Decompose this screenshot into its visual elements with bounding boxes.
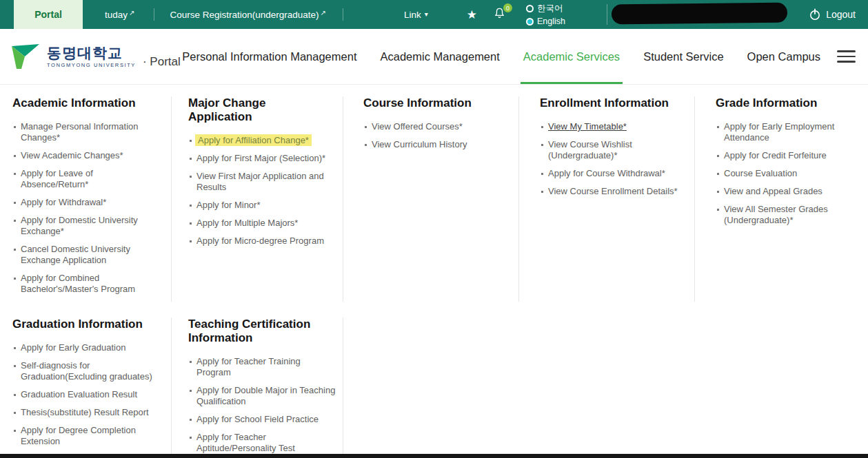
- menu-section-grade-information: Grade Information Apply for Early Employ…: [716, 96, 843, 233]
- favorites-star-icon[interactable]: ★: [467, 9, 477, 21]
- menu-item[interactable]: View Academic Changes*: [12, 150, 154, 161]
- menu-item[interactable]: Graduation Evaluation Result: [12, 389, 154, 400]
- logout-button[interactable]: Logout: [809, 8, 856, 21]
- nav-academic-management[interactable]: Academic Management: [380, 29, 499, 84]
- redacted-username: [612, 2, 787, 24]
- menu-item[interactable]: View Curriculum History: [363, 139, 501, 150]
- language-english-label: English: [537, 17, 565, 26]
- tuday-link[interactable]: tuday ↗: [105, 10, 134, 20]
- header: 동명대학교 TONGMYONG UNIVERSITY · Portal Pers…: [0, 29, 868, 85]
- menu-item[interactable]: View First Major Application and Results: [188, 171, 332, 193]
- logo-korean-name: 동명대학교: [47, 45, 136, 60]
- menu-item[interactable]: View Offered Courses*: [363, 121, 501, 132]
- menu-list: Apply for Early Graduation Self-diagnosi…: [12, 342, 154, 447]
- menu-item[interactable]: Apply for First Major (Selection)*: [188, 153, 332, 164]
- logo-english-name: TONGMYONG UNIVERSITY: [47, 63, 136, 68]
- column-divider: [694, 96, 695, 302]
- menu-list: View Offered Courses* View Curriculum Hi…: [363, 121, 501, 150]
- menu-list: Apply for Early Employment Attendance Ap…: [716, 121, 843, 226]
- menu-item[interactable]: Cancel Domestic University Exchange Appl…: [12, 244, 154, 266]
- nav-student-service[interactable]: Student Service: [643, 29, 723, 84]
- link-dropdown[interactable]: Link ▾: [404, 10, 428, 20]
- radio-selected-icon: [526, 18, 534, 25]
- radio-unselected-icon: [526, 5, 534, 12]
- menu-item[interactable]: Self-diagnosis for Graduation(Excluding …: [12, 360, 154, 382]
- section-title: Academic Information: [12, 96, 154, 110]
- column-divider: [343, 318, 343, 454]
- menu-item[interactable]: Apply for Withdrawal*: [12, 197, 154, 208]
- nav-personal-information-management[interactable]: Personal Information Management: [182, 29, 356, 84]
- menu-section-teaching-certification-information: Teaching Certification Information Apply…: [188, 318, 336, 458]
- nav-academic-services[interactable]: Academic Services: [523, 29, 620, 84]
- menu-section-major-change-application: Major Change Application Apply for Affil…: [188, 96, 332, 253]
- menu-item[interactable]: Thesis(substitute) Result Report: [12, 407, 154, 418]
- university-logo-icon: [10, 43, 41, 70]
- highlighted-menu-item-apply-for-affiliation-change[interactable]: Apply for Affiliation Change*: [195, 134, 312, 146]
- menu-section-enrollment-information: Enrollment Information View My Timetable…: [540, 96, 678, 204]
- menu-item[interactable]: Apply for Course Withdrawal*: [540, 168, 678, 179]
- chevron-down-icon: ▾: [425, 11, 428, 18]
- power-icon: [809, 8, 821, 21]
- language-option-korean[interactable]: 한국어: [526, 3, 565, 14]
- language-switcher: 한국어 English: [526, 3, 565, 26]
- section-title: Grade Information: [716, 96, 843, 110]
- main-nav: Personal Information Management Academic…: [182, 29, 820, 84]
- menu-item[interactable]: View Course Enrollment Details*: [540, 186, 678, 197]
- bottom-bar: [0, 454, 868, 458]
- menu-item[interactable]: Manage Personal Information Changes*: [12, 121, 154, 143]
- menu-item[interactable]: Apply for Domestic University Exchange*: [12, 215, 154, 237]
- language-option-english[interactable]: English: [526, 17, 565, 26]
- university-logo[interactable]: 동명대학교 TONGMYONG UNIVERSITY: [10, 43, 136, 70]
- menu-item[interactable]: Apply for Affiliation Change*: [188, 135, 332, 146]
- course-registration-label: Course Registration(undergraduate): [170, 10, 319, 20]
- portal-tab[interactable]: Portal: [14, 0, 83, 29]
- menu-item[interactable]: Apply for Degree Completion Extension: [12, 425, 154, 447]
- column-divider: [343, 96, 343, 302]
- menu-item[interactable]: Apply for Combined Bachelor's/Master's P…: [12, 273, 154, 295]
- menu-section-course-information: Course Information View Offered Courses*…: [363, 96, 501, 157]
- language-korean-label: 한국어: [537, 3, 563, 14]
- menu-item[interactable]: Apply for Double Major in Teaching Quali…: [188, 385, 336, 407]
- menu-item[interactable]: View and Appeal Grades: [716, 186, 843, 197]
- section-title: Teaching Certification Information: [188, 318, 336, 345]
- section-title: Course Information: [363, 96, 501, 110]
- menu-item[interactable]: Apply for Credit Forfeiture: [716, 150, 843, 161]
- menu-item[interactable]: Apply for Early Employment Attendance: [716, 121, 843, 143]
- menu-list: Apply for Teacher Training Program Apply…: [188, 356, 336, 454]
- link-dropdown-label: Link: [404, 10, 421, 20]
- menu-item[interactable]: View All Semester Grades (Undergraduate)…: [716, 204, 843, 226]
- menu-item[interactable]: Apply for Multiple Majors*: [188, 218, 332, 229]
- nav-open-campus[interactable]: Open Campus: [747, 29, 820, 84]
- portal-suffix-label: · Portal: [143, 55, 181, 69]
- logout-label: Logout: [826, 9, 856, 20]
- menu-item[interactable]: Apply for Early Graduation: [12, 342, 154, 353]
- course-registration-link[interactable]: Course Registration(undergraduate) ↗: [170, 10, 326, 20]
- column-divider: [518, 96, 519, 302]
- section-title: Enrollment Information: [540, 96, 678, 110]
- section-title: Graduation Information: [12, 318, 154, 331]
- topbar-divider: [607, 4, 607, 25]
- menu-item[interactable]: Course Evaluation: [716, 168, 843, 179]
- menu-section-graduation-information: Graduation Information Apply for Early G…: [12, 318, 154, 454]
- menu-list: Apply for Affiliation Change* Apply for …: [188, 135, 332, 247]
- menu-list: Manage Personal Information Changes* Vie…: [12, 121, 154, 295]
- page: Portal tuday ↗ Course Registration(under…: [0, 0, 868, 458]
- column-divider: [171, 318, 172, 454]
- notifications-bell[interactable]: 0: [494, 7, 505, 22]
- notification-count-badge: 0: [503, 3, 512, 12]
- external-link-icon: ↗: [321, 10, 326, 17]
- menu-item-view-my-timetable-hovered[interactable]: View My Timetable*: [540, 121, 678, 132]
- topbar: Portal tuday ↗ Course Registration(under…: [0, 0, 868, 29]
- menu-item[interactable]: Apply for School Field Practice: [188, 414, 336, 425]
- menu-item[interactable]: Apply for Teacher Aptitude/Personality T…: [188, 432, 336, 454]
- topbar-divider: [343, 8, 343, 21]
- menu-item[interactable]: Apply for Teacher Training Program: [188, 356, 336, 378]
- column-divider: [171, 96, 172, 302]
- menu-item[interactable]: Apply for Leave of Absence/Return*: [12, 168, 154, 190]
- menu-item[interactable]: View Course Wishlist (Undergraduate)*: [540, 139, 678, 161]
- menu-item[interactable]: Apply for Micro-degree Program: [188, 236, 332, 247]
- topbar-divider: [154, 8, 154, 21]
- tuday-link-label: tuday: [105, 10, 128, 20]
- menu-item[interactable]: Apply for Minor*: [188, 200, 332, 211]
- hamburger-menu-icon[interactable]: [837, 50, 856, 63]
